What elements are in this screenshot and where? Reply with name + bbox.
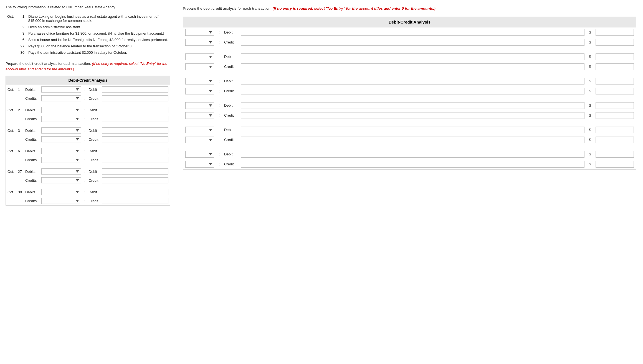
left-select-3d[interactable] (41, 127, 81, 134)
right-text-input-9[interactable] (241, 137, 584, 143)
left-dropdown-27c[interactable] (40, 176, 83, 185)
right-dropdown-7[interactable] (183, 111, 216, 121)
left-amount-input-1c[interactable] (102, 95, 168, 101)
right-amt-2[interactable] (593, 52, 636, 62)
left-amount-2c[interactable] (100, 114, 170, 123)
right-select-6[interactable] (185, 102, 214, 109)
right-dropdown-3[interactable] (183, 62, 216, 72)
right-select-11[interactable] (185, 161, 214, 168)
right-text-4[interactable] (239, 76, 587, 86)
right-text-input-1[interactable] (241, 39, 584, 46)
right-amt-input-1[interactable] (596, 39, 634, 46)
left-amount-input-3c[interactable] (102, 136, 168, 142)
right-amt-input-8[interactable] (596, 127, 634, 133)
left-select-27c[interactable] (41, 177, 81, 183)
left-amount-input-27c[interactable] (102, 177, 168, 183)
right-text-input-4[interactable] (241, 78, 584, 84)
left-select-2d[interactable] (41, 107, 81, 113)
left-amount-3d[interactable] (100, 126, 170, 135)
right-amt-input-9[interactable] (596, 137, 634, 143)
right-dropdown-4[interactable] (183, 76, 216, 86)
left-dropdown-30c[interactable] (40, 196, 83, 206)
left-amount-2d[interactable] (100, 106, 170, 114)
right-text-7[interactable] (239, 111, 587, 121)
left-amount-input-6c[interactable] (102, 157, 168, 163)
left-amount-input-3d[interactable] (102, 127, 168, 134)
right-text-2[interactable] (239, 52, 587, 62)
left-select-2c[interactable] (41, 116, 81, 122)
right-text-input-7[interactable] (241, 112, 584, 119)
left-select-30d[interactable] (41, 189, 81, 195)
left-select-1c[interactable] (41, 95, 81, 101)
right-text-input-5[interactable] (241, 88, 584, 94)
right-text-5[interactable] (239, 86, 587, 96)
right-select-2[interactable] (185, 53, 214, 60)
right-amt-0[interactable] (593, 27, 636, 37)
right-amt-input-6[interactable] (596, 102, 634, 109)
left-amount-input-6d[interactable] (102, 148, 168, 154)
right-dropdown-8[interactable] (183, 125, 216, 135)
right-text-input-10[interactable] (241, 151, 584, 158)
right-amt-7[interactable] (593, 111, 636, 121)
right-dropdown-10[interactable] (183, 149, 216, 159)
right-text-input-0[interactable] (241, 29, 584, 36)
right-dropdown-6[interactable] (183, 101, 216, 111)
right-amt-3[interactable] (593, 62, 636, 72)
left-amount-3c[interactable] (100, 135, 170, 144)
left-amount-input-30d[interactable] (102, 189, 168, 195)
right-select-5[interactable] (185, 88, 214, 94)
right-dropdown-11[interactable] (183, 159, 216, 170)
right-select-0[interactable] (185, 29, 214, 36)
right-select-9[interactable] (185, 137, 214, 143)
left-amount-30c[interactable] (100, 196, 170, 206)
right-text-input-3[interactable] (241, 63, 584, 70)
right-amt-input-10[interactable] (596, 151, 634, 158)
right-amt-5[interactable] (593, 86, 636, 96)
right-amt-input-3[interactable] (596, 63, 634, 70)
right-amt-input-7[interactable] (596, 112, 634, 119)
right-amt-11[interactable] (593, 159, 636, 170)
left-amount-6c[interactable] (100, 155, 170, 164)
left-dropdown-1d[interactable] (40, 85, 83, 94)
right-amt-1[interactable] (593, 37, 636, 47)
right-text-input-8[interactable] (241, 127, 584, 133)
right-text-11[interactable] (239, 159, 587, 170)
right-dropdown-5[interactable] (183, 86, 216, 96)
left-dropdown-30d[interactable] (40, 188, 83, 196)
right-amt-8[interactable] (593, 125, 636, 135)
right-select-1[interactable] (185, 39, 214, 46)
left-amount-input-2c[interactable] (102, 116, 168, 122)
right-text-input-11[interactable] (241, 161, 584, 168)
right-text-6[interactable] (239, 101, 587, 111)
right-select-10[interactable] (185, 151, 214, 158)
left-select-1d[interactable] (41, 86, 81, 93)
right-dropdown-9[interactable] (183, 135, 216, 145)
left-select-30c[interactable] (41, 198, 81, 204)
right-amt-input-5[interactable] (596, 88, 634, 94)
left-amount-input-30c[interactable] (102, 198, 168, 204)
right-dropdown-1[interactable] (183, 37, 216, 47)
right-text-3[interactable] (239, 62, 587, 72)
left-dropdown-2c[interactable] (40, 114, 83, 123)
right-dropdown-0[interactable] (183, 27, 216, 37)
right-text-input-2[interactable] (241, 53, 584, 60)
right-amt-10[interactable] (593, 149, 636, 159)
right-select-3[interactable] (185, 63, 214, 70)
left-amount-6d[interactable] (100, 147, 170, 155)
left-dropdown-1c[interactable] (40, 94, 83, 103)
left-dropdown-2d[interactable] (40, 106, 83, 114)
right-dropdown-2[interactable] (183, 52, 216, 62)
right-amt-4[interactable] (593, 76, 636, 86)
right-amt-input-0[interactable] (596, 29, 634, 36)
left-amount-input-27d[interactable] (102, 168, 168, 175)
left-select-6c[interactable] (41, 157, 81, 163)
right-amt-9[interactable] (593, 135, 636, 145)
left-dropdown-6d[interactable] (40, 147, 83, 155)
right-amt-input-4[interactable] (596, 78, 634, 84)
left-select-6d[interactable] (41, 148, 81, 154)
right-text-9[interactable] (239, 135, 587, 145)
right-text-1[interactable] (239, 37, 587, 47)
left-amount-input-1d[interactable] (102, 86, 168, 93)
right-select-4[interactable] (185, 78, 214, 84)
left-amount-27d[interactable] (100, 167, 170, 176)
